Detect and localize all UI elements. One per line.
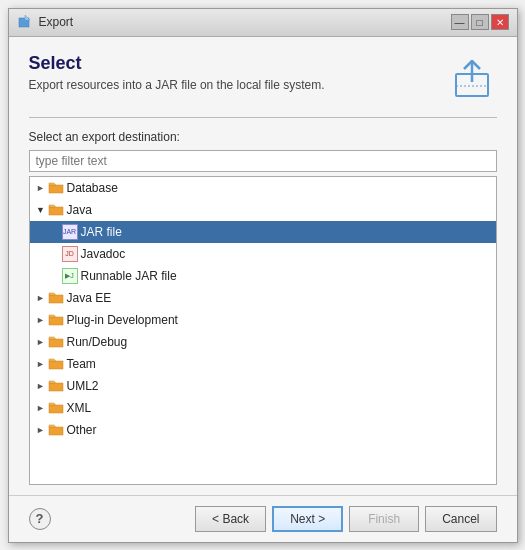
folder-icon-xml	[48, 400, 64, 416]
tree-container[interactable]: ► Database ▼ Java	[29, 176, 497, 485]
cancel-button[interactable]: Cancel	[425, 506, 496, 532]
tree-item-plugin-dev[interactable]: ► Plug-in Development	[30, 309, 496, 331]
header-divider	[29, 117, 497, 118]
header-description: Export resources into a JAR file on the …	[29, 78, 447, 92]
folder-icon-team	[48, 356, 64, 372]
folder-icon-database	[48, 180, 64, 196]
tree-item-team[interactable]: ► Team	[30, 353, 496, 375]
tree-item-uml2[interactable]: ► UML2	[30, 375, 496, 397]
folder-icon-plugin	[48, 312, 64, 328]
footer: ? < Back Next > Finish Cancel	[9, 495, 517, 542]
expand-arrow-plugin: ►	[34, 313, 48, 327]
folder-icon-java-ee	[48, 290, 64, 306]
maximize-button[interactable]: □	[471, 14, 489, 30]
tree-label-uml2: UML2	[67, 379, 99, 393]
expand-arrow-team: ►	[34, 357, 48, 371]
header-section: Select Export resources into a JAR file …	[29, 53, 497, 103]
tree-item-jar-file[interactable]: ► JAR JAR file	[30, 221, 496, 243]
back-button[interactable]: < Back	[195, 506, 266, 532]
next-button[interactable]: Next >	[272, 506, 343, 532]
expand-arrow-java: ▼	[34, 203, 48, 217]
folder-icon-uml2	[48, 378, 64, 394]
tree-item-database[interactable]: ► Database	[30, 177, 496, 199]
expand-arrow-uml2: ►	[34, 379, 48, 393]
expand-arrow-run-debug: ►	[34, 335, 48, 349]
page-title: Select	[29, 53, 447, 74]
filter-label: Select an export destination:	[29, 130, 497, 144]
tree-item-java[interactable]: ▼ Java	[30, 199, 496, 221]
tree-label-java: Java	[67, 203, 92, 217]
folder-icon-other	[48, 422, 64, 438]
tree-label-java-ee: Java EE	[67, 291, 112, 305]
export-window: Export — □ ✕ Select Export resources int…	[8, 8, 518, 543]
tree-item-xml[interactable]: ► XML	[30, 397, 496, 419]
tree-label-jar-file: JAR file	[81, 225, 122, 239]
footer-left: ?	[29, 508, 51, 530]
title-bar-left: Export	[17, 14, 74, 30]
tree-label-other: Other	[67, 423, 97, 437]
folder-icon-java	[48, 202, 64, 218]
tree-label-plugin-dev: Plug-in Development	[67, 313, 178, 327]
finish-button[interactable]: Finish	[349, 506, 419, 532]
header-icon-area	[447, 53, 497, 103]
filter-input[interactable]	[29, 150, 497, 172]
tree-item-java-ee[interactable]: ► Java EE	[30, 287, 496, 309]
tree-label-runnable-jar: Runnable JAR file	[81, 269, 177, 283]
close-button[interactable]: ✕	[491, 14, 509, 30]
expand-arrow-other: ►	[34, 423, 48, 437]
javadoc-icon: JD	[62, 246, 78, 262]
help-button[interactable]: ?	[29, 508, 51, 530]
tree-label-xml: XML	[67, 401, 92, 415]
jar-file-icon: JAR	[62, 224, 78, 240]
tree-item-run-debug[interactable]: ► Run/Debug	[30, 331, 496, 353]
expand-arrow-java-ee: ►	[34, 291, 48, 305]
footer-right: < Back Next > Finish Cancel	[195, 506, 496, 532]
header-text: Select Export resources into a JAR file …	[29, 53, 447, 92]
tree-label-javadoc: Javadoc	[81, 247, 126, 261]
tree-label-database: Database	[67, 181, 118, 195]
tree-label-run-debug: Run/Debug	[67, 335, 128, 349]
window-title: Export	[39, 15, 74, 29]
expand-arrow-database: ►	[34, 181, 48, 195]
tree-item-javadoc[interactable]: ► JD Javadoc	[30, 243, 496, 265]
expand-arrow-xml: ►	[34, 401, 48, 415]
minimize-button[interactable]: —	[451, 14, 469, 30]
tree-item-runnable-jar[interactable]: ► ▶J Runnable JAR file	[30, 265, 496, 287]
window-icon	[17, 14, 33, 30]
title-bar-buttons: — □ ✕	[451, 14, 509, 30]
folder-icon-run-debug	[48, 334, 64, 350]
runnable-jar-icon: ▶J	[62, 268, 78, 284]
title-bar: Export — □ ✕	[9, 9, 517, 37]
content-area: Select Export resources into a JAR file …	[9, 37, 517, 495]
export-icon	[448, 54, 496, 102]
tree-item-other[interactable]: ► Other	[30, 419, 496, 441]
tree-label-team: Team	[67, 357, 96, 371]
